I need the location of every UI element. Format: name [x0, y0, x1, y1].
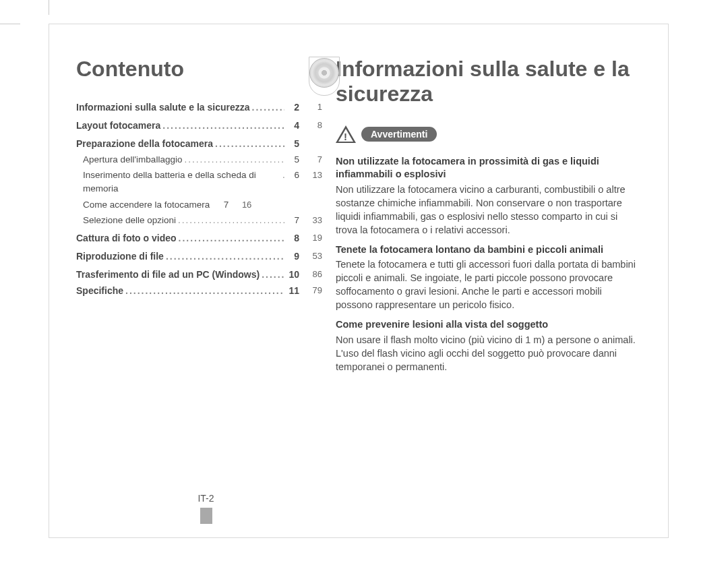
toc-row: Layout fotocamera48 [76, 119, 322, 133]
cd-case-icon [309, 57, 340, 96]
toc-row: Apertura dell'imballaggio57 [76, 153, 322, 167]
toc-secondary-number: 16 [234, 198, 251, 212]
toc-page-number: 4 [284, 119, 305, 133]
toc-label: Apertura dell'imballaggio [83, 153, 182, 167]
toc-page-number: 11 [284, 284, 305, 298]
warning-badge: ! Avvertimenti [336, 125, 641, 143]
toc-secondary-number: 86 [305, 268, 322, 282]
toc-secondary-number: 13 [305, 169, 322, 196]
section-heading: Non utilizzate la fotocamera in prossimi… [336, 155, 641, 181]
toc-secondary-number: 79 [305, 284, 322, 298]
warning-badge-label: Avvertimenti [361, 127, 437, 142]
toc-secondary-number [305, 137, 322, 151]
toc-leader-dots [213, 137, 284, 151]
crop-mark-vertical [49, 0, 49, 15]
toc-page-number: 8 [284, 231, 305, 245]
toc-row: Inserimento della batteria e della sched… [76, 169, 322, 196]
toc-leader-dots [164, 249, 284, 264]
crop-mark-horizontal [0, 24, 20, 24]
toc-row: Trasferimento di file ad un PC (Windows)… [76, 268, 322, 282]
toc-page-number: 9 [284, 249, 305, 264]
section-body: Non usare il flash molto vicino (più vic… [336, 333, 641, 374]
toc-label: Preparazione della fotocamera [76, 137, 213, 151]
toc-secondary-number: 7 [305, 153, 322, 167]
section-body: Tenete la fotocamera e tutti gli accesso… [336, 258, 641, 312]
toc-label: Informazioni sulla salute e la sicurezza [76, 100, 250, 115]
table-of-contents: Informazioni sulla salute e la sicurezza… [76, 100, 322, 298]
safety-heading: Informazioni sulla salute e la sicurezza [336, 57, 641, 107]
toc-secondary-number: 19 [305, 231, 322, 245]
section-body: Non utilizzare la fotocamera vicino a ca… [336, 183, 641, 237]
toc-row: Informazioni sulla salute e la sicurezza… [76, 100, 322, 115]
toc-row: Specifiche1179 [76, 284, 322, 298]
toc-row: Cattura di foto o video819 [76, 231, 322, 245]
page-frame: Contenuto Informazioni sulla salute e la… [49, 24, 669, 538]
section-heading: Tenete la fotocamera lontano da bambini … [336, 243, 641, 257]
toc-page-number: 7 [284, 214, 305, 227]
toc-secondary-number: 53 [305, 249, 322, 264]
toc-label: Specifiche [76, 284, 123, 298]
toc-leader-dots [123, 284, 284, 298]
toc-page-number: 10 [284, 268, 305, 282]
warning-triangle-icon: ! [336, 125, 356, 143]
toc-label: Riproduzione di file [76, 249, 164, 264]
toc-leader-dots [260, 268, 284, 282]
toc-row: Riproduzione di file953 [76, 249, 322, 264]
toc-leader-dots [177, 231, 284, 245]
page-content: Contenuto Informazioni sulla salute e la… [49, 24, 668, 537]
page-marker-bar [200, 508, 212, 524]
toc-label: Layout fotocamera [76, 119, 160, 133]
toc-page-number: 5 [284, 153, 305, 167]
toc-leader-dots [176, 214, 284, 227]
left-column: Contenuto Informazioni sulla salute e la… [76, 57, 336, 524]
toc-row: Selezione delle opzioni733 [76, 214, 322, 227]
toc-secondary-number: 1 [305, 100, 322, 115]
toc-page-number: 7 [214, 198, 234, 212]
toc-page-number: 5 [284, 137, 305, 151]
toc-label: Come accendere la fotocamera [83, 198, 210, 212]
toc-secondary-number: 33 [305, 214, 322, 227]
contents-heading: Contenuto [76, 57, 322, 82]
toc-label: Cattura di foto o video [76, 231, 177, 245]
toc-page-number: 2 [284, 100, 305, 115]
cd-icon [309, 57, 340, 96]
toc-leader-dots [160, 119, 284, 133]
toc-leader-dots [182, 153, 284, 167]
toc-leader-dots [250, 100, 284, 115]
toc-label: Selezione delle opzioni [83, 214, 176, 227]
toc-secondary-number: 8 [305, 119, 322, 133]
page-number-label: IT-2 [198, 493, 214, 504]
safety-sections: Non utilizzate la fotocamera in prossimi… [336, 155, 641, 374]
toc-label: Trasferimento di file ad un PC (Windows) [76, 268, 260, 282]
section-heading: Come prevenire lesioni alla vista del so… [336, 318, 641, 332]
right-column: Informazioni sulla salute e la sicurezza… [336, 57, 641, 524]
toc-row: Preparazione della fotocamera5 [76, 137, 322, 151]
toc-row: Come accendere la fotocamera716 [76, 198, 322, 212]
toc-page-number: 6 [284, 169, 305, 196]
toc-label: Inserimento della batteria e della sched… [83, 169, 280, 196]
